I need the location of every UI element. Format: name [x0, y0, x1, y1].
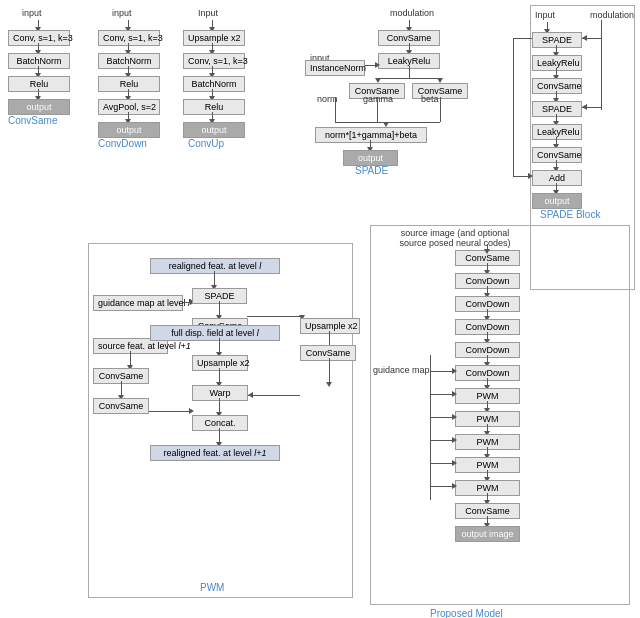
spade-gamma-label: gamma — [363, 94, 393, 104]
arrow — [601, 20, 602, 110]
spadeblock-spade1: SPADE — [532, 32, 582, 48]
arrow — [214, 271, 215, 286]
pwm-warp: Warp — [192, 385, 248, 401]
spadeblock-input-label: Input — [535, 10, 555, 20]
guidance-v-line — [430, 355, 431, 500]
arrow — [219, 398, 220, 413]
arrow — [409, 66, 410, 78]
spadeblock-leakyrelu2: LeakyRelu — [532, 124, 582, 140]
spade-modulation-top: modulation — [390, 8, 434, 18]
arrow — [219, 428, 220, 443]
spadeblock-add: Add — [532, 170, 582, 186]
convdown-batchnorm-block: BatchNorm — [98, 53, 160, 69]
convup-relu-block: Relu — [183, 99, 245, 115]
arrowhead — [452, 460, 457, 466]
proposed-label: Proposed Model — [430, 608, 503, 618]
pwm-concat: Concat. — [192, 415, 248, 431]
arrowhead — [452, 391, 457, 397]
spadeblock-output: output — [532, 193, 582, 209]
convup-input-label: Input — [198, 8, 218, 18]
convdown-input-label: input — [112, 8, 132, 18]
arrow — [329, 358, 330, 383]
spade-beta-label: beta — [421, 94, 439, 104]
pwm-realigned-bottom: realigned feat. at level l+1 — [150, 445, 280, 461]
spade-label: SPADE — [355, 165, 388, 176]
arrowhead — [452, 368, 457, 374]
diagram-container: input Conv, s=1, k=3 BatchNorm Relu outp… — [0, 0, 640, 618]
spade-formula-block: norm*[1+gamma]+beta — [315, 127, 427, 143]
pwm-guidance-map: guidance map at level l — [93, 295, 183, 311]
spade-instancenorm: InstanceNorm — [305, 60, 365, 76]
arrowhead — [452, 483, 457, 489]
arrow — [247, 316, 302, 317]
pwm-label: PWM — [200, 582, 224, 593]
arrowhead — [582, 35, 587, 41]
proposed-source-label: source image (and optionalsource posed n… — [390, 228, 520, 248]
convsame-output-block: output — [8, 99, 70, 115]
spadeblock-modulation-label: modulation — [590, 10, 634, 20]
arrowhead — [248, 392, 253, 398]
pwm-convsame-src2: ConvSame — [93, 398, 149, 414]
pwm-upsample-right: Upsample x2 — [300, 318, 360, 334]
convsame-input-label: input — [22, 8, 42, 18]
pwm-upsample-left: Upsample x2 — [192, 355, 248, 371]
convup-batchnorm-block: BatchNorm — [183, 76, 245, 92]
convsame-label: ConvSame — [8, 115, 57, 126]
arrow — [378, 78, 409, 79]
arrow — [121, 381, 122, 396]
arrowhead — [189, 408, 194, 414]
spadeblock-spade2: SPADE — [532, 101, 582, 117]
proposed-guidance-label: guidance map — [373, 365, 430, 375]
convup-upsample-block: Upsample x2 — [183, 30, 245, 46]
arrow — [219, 368, 220, 383]
arrow — [335, 97, 336, 122]
convdown-avgpool-block: AvgPool, s=2 — [98, 99, 160, 115]
arrowhead — [375, 62, 380, 68]
convsame-conv-block: Conv, s=1, k=3 — [8, 30, 70, 46]
convup-output-block: output — [183, 122, 245, 138]
arrow — [219, 338, 220, 353]
arrow — [149, 411, 192, 412]
arrowhead — [528, 173, 533, 179]
convdown-label: ConvDown — [98, 138, 147, 149]
arrow — [440, 97, 441, 122]
arrowhead — [452, 437, 457, 443]
convdown-output-block: output — [98, 122, 160, 138]
arrowhead — [484, 249, 490, 254]
pwm-realigned-top: realigned feat. at level l — [150, 258, 280, 274]
arrow — [513, 38, 532, 39]
arrowhead — [326, 382, 332, 387]
proposed-output-image: output image — [455, 526, 520, 542]
convdown-conv-block: Conv, s=1, k=3 — [98, 30, 160, 46]
spadeblock-leakyrelu1: LeakyRelu — [532, 55, 582, 71]
arrow — [130, 351, 131, 366]
pwm-full-disp: full disp. field at level l — [150, 325, 280, 341]
convup-conv-block: Conv, s=1, k=3 — [183, 53, 245, 69]
arrow — [513, 38, 514, 176]
arrow — [329, 331, 330, 346]
arrow — [377, 97, 378, 122]
pwm-convsame-br: ConvSame — [300, 345, 356, 361]
spade-output-block: output — [343, 150, 398, 166]
spadeblock-label: SPADE Block — [540, 209, 600, 220]
arrowhead — [452, 414, 457, 420]
convsame-relu-block: Relu — [8, 76, 70, 92]
convup-label: ConvUp — [188, 138, 224, 149]
convdown-relu-block: Relu — [98, 76, 160, 92]
arrowhead — [582, 104, 587, 110]
spadeblock-convsame2: ConvSame — [532, 147, 582, 163]
arrow — [219, 301, 220, 316]
arrow — [248, 395, 300, 396]
convsame-batchnorm-block: BatchNorm — [8, 53, 70, 69]
spadeblock-convsame1: ConvSame — [532, 78, 582, 94]
